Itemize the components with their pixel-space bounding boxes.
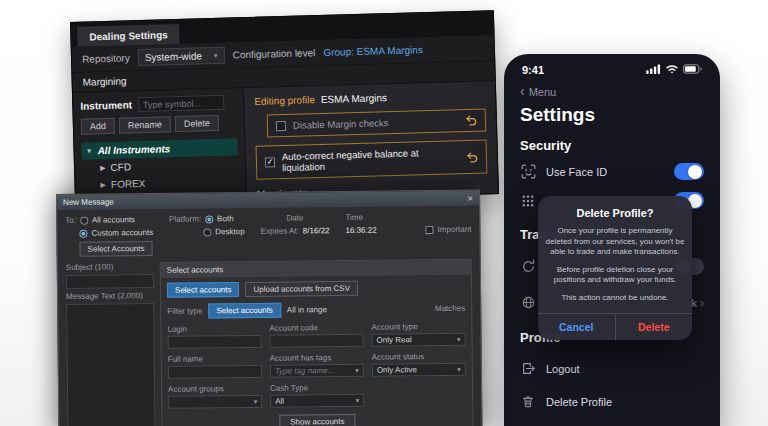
select-accounts-tab[interactable]: Select accounts — [167, 282, 240, 298]
repository-dropdown[interactable]: System-wide ▾ — [138, 47, 225, 66]
matches-label: Matches — [435, 304, 465, 313]
face-id-label: Use Face ID — [546, 166, 664, 178]
cancel-button[interactable]: Cancel — [538, 314, 616, 340]
new-message-dialog: New Message × To: All accounts Custom ac… — [56, 190, 482, 426]
caret-down-icon: ▾ — [356, 396, 360, 404]
login-input[interactable] — [173, 337, 257, 347]
expires-label: Expires At: — [261, 226, 299, 235]
caret-down-icon: ▾ — [254, 397, 258, 405]
tree-open-icon[interactable]: ▼ — [86, 147, 93, 154]
dealing-settings-window: Dealing Settings Repository System-wide … — [70, 10, 499, 206]
editing-profile-value: ESMA Margins — [321, 92, 387, 105]
account-status-value: Only Active — [377, 365, 417, 374]
config-level-link[interactable]: Group: ESMA Margins — [323, 44, 423, 58]
autocorrect-checkbox[interactable]: ✓ — [265, 157, 275, 167]
tree-closed-icon[interactable]: ▶ — [100, 181, 106, 189]
check-icon: ✓ — [267, 158, 274, 166]
option-label: Auto-correct negative balance at liquida… — [282, 146, 460, 173]
cash-type-label: Cash Type — [270, 383, 364, 393]
select-accounts-button[interactable]: Select Accounts — [80, 241, 153, 257]
option-label: Disable Margin checks — [293, 117, 389, 131]
signal-icon — [646, 64, 661, 76]
account-type-select[interactable]: Only Real ▾ — [371, 333, 465, 347]
show-accounts-button[interactable]: Show accounts — [279, 414, 355, 426]
time-label: Time — [345, 213, 363, 222]
battery-icon — [683, 64, 702, 76]
instrument-search-input[interactable] — [138, 95, 224, 112]
sync-icon — [520, 259, 536, 274]
account-code-input[interactable] — [275, 336, 359, 346]
full-name-label: Full name — [168, 354, 262, 364]
account-status-label: Account status — [372, 352, 466, 362]
mobile-settings-screen: 9:41 — [504, 54, 720, 426]
caret-down-icon: ▾ — [457, 335, 461, 343]
option-autocorrect-balance: ✓ Auto-correct negative balance at liqui… — [256, 139, 488, 179]
caret-down-icon: ▾ — [355, 366, 359, 374]
tree-item-forex[interactable]: ▶ FOREX — [82, 172, 238, 193]
wifi-icon — [665, 64, 679, 76]
caret-down-icon: ▾ — [214, 51, 218, 59]
modal-paragraph: This action cannot be undone. — [545, 293, 685, 304]
message-main: Subject (100) Message Text (2,000) Selec… — [58, 257, 482, 426]
tab-dealing-settings[interactable]: Dealing Settings — [77, 24, 180, 47]
subject-label: Subject (100) — [66, 262, 154, 272]
status-bar: 9:41 — [504, 54, 720, 78]
account-status-select[interactable]: Only Active ▾ — [372, 363, 466, 377]
section-security: Security — [520, 138, 704, 153]
important-checkbox[interactable] — [426, 226, 434, 234]
subject-input[interactable] — [66, 274, 154, 289]
delete-button[interactable]: Delete — [616, 314, 693, 340]
account-tags-placeholder: Type tag name... — [275, 366, 335, 376]
platform-both-radio[interactable] — [205, 215, 213, 223]
account-tags-input[interactable]: Type tag name... ▾ — [270, 364, 364, 378]
platform-label: Platform: — [169, 214, 201, 223]
account-code-label: Account code — [269, 323, 363, 333]
platform-desktop-label: Desktop — [215, 227, 244, 236]
delete-profile-label: Delete Profile — [546, 396, 704, 408]
filter-all-in-range-tab[interactable]: All in range — [287, 305, 327, 314]
row-use-face-id: Use Face ID — [520, 163, 704, 180]
row-logout[interactable]: Logout — [520, 361, 704, 376]
tree-item-label: All Instruments — [97, 143, 170, 156]
profile-editor-panel: Editing profile ESMA Margins Disable Mar… — [243, 81, 498, 200]
tree-item-label: CFD — [110, 161, 131, 173]
back-menu-link[interactable]: ‹ Menu — [520, 86, 556, 98]
modal-paragraph: Once your profile is permanently deleted… — [545, 226, 685, 258]
expires-time-value[interactable]: 16:36:22 — [345, 226, 376, 235]
disable-margin-checkbox[interactable] — [276, 121, 286, 131]
filter-type-label: Filter type — [167, 306, 202, 315]
chevron-left-icon: ‹ — [520, 84, 525, 98]
tree-closed-icon[interactable]: ▶ — [100, 164, 106, 172]
tab-margining[interactable]: Margining — [83, 75, 127, 87]
repository-label: Repository — [82, 52, 130, 64]
row-delete-profile[interactable]: Delete Profile — [520, 394, 704, 409]
undo-icon[interactable] — [465, 115, 477, 126]
filter-select-accounts-tab[interactable]: Select accounts — [208, 303, 281, 319]
delete-profile-modal: Delete Profile? Once your profile is per… — [538, 196, 692, 340]
account-groups-label: Account groups — [168, 384, 262, 394]
rename-button[interactable]: Rename — [119, 116, 171, 133]
cash-type-select[interactable]: All ▾ — [270, 394, 364, 408]
expires-date-value[interactable]: 8/16/22 — [303, 226, 330, 235]
logout-icon — [520, 361, 536, 376]
face-id-toggle[interactable] — [674, 163, 704, 180]
option-disable-margin-checks: Disable Margin checks — [267, 108, 487, 137]
canvas: Dealing Settings Repository System-wide … — [0, 0, 768, 426]
delete-button[interactable]: Delete — [175, 115, 219, 132]
platform-desktop-radio[interactable] — [203, 228, 211, 236]
page-title: Settings — [520, 104, 704, 126]
custom-accounts-radio[interactable] — [79, 229, 87, 237]
account-groups-select[interactable]: ▾ — [168, 395, 262, 409]
upload-csv-button[interactable]: Upload accounts from CSV — [245, 281, 358, 297]
chevron-right-icon: › — [700, 296, 704, 310]
add-button[interactable]: Add — [81, 118, 115, 135]
repository-value: System-wide — [145, 50, 203, 63]
login-label: Login — [167, 324, 261, 334]
message-text-input[interactable] — [66, 303, 156, 426]
all-accounts-radio[interactable] — [80, 216, 88, 224]
full-name-input[interactable] — [173, 367, 257, 377]
globe-icon — [520, 295, 536, 310]
close-icon[interactable]: × — [467, 193, 473, 203]
instrument-panel: Instrument Add Rename Delete ▼ All Instr… — [73, 88, 246, 205]
undo-icon[interactable] — [466, 151, 478, 162]
